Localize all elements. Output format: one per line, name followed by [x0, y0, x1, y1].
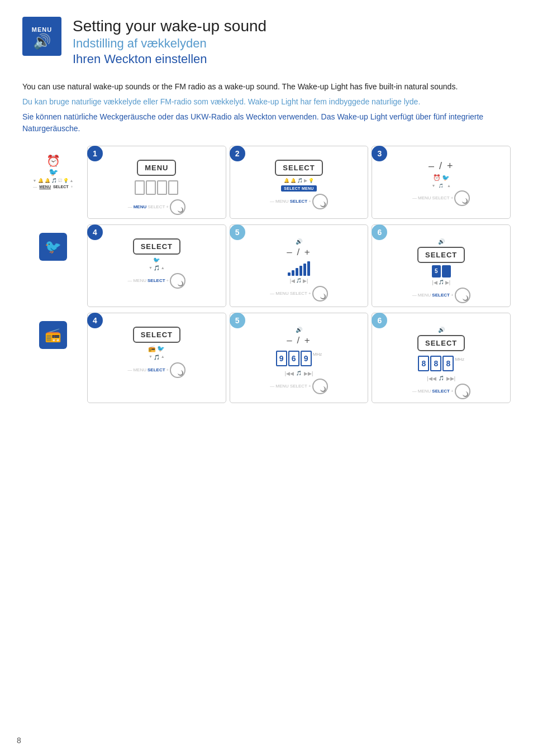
step-3-inner: – / + ⏰ 🐦 ▼ 🎵 ▲ — MENU SELECT +: [375, 151, 507, 207]
title-de: Ihren Weckton einstellen: [73, 51, 266, 68]
step5b-radio-icon: 🔊: [296, 327, 302, 333]
step-2-panel: 2 SELECT 🔔 🔔 🎵 ▶ 💡 SELECT MENU — MENU SE…: [230, 146, 369, 219]
step-2-num: 2: [230, 146, 245, 161]
step5a-bar2: — MENU SELECT +: [270, 286, 327, 302]
dial-icon: [170, 199, 185, 215]
mhz-label-2: MHz: [455, 357, 464, 362]
seg2: [146, 180, 156, 195]
step-5a-inner: 🔊 – / + |◀ 🎵 ▶| — MENU SELECT +: [234, 229, 365, 302]
vb4: [299, 266, 302, 276]
step2-dial: [312, 194, 328, 209]
freq2-d2: 8: [430, 356, 441, 371]
step-2-inner: SELECT 🔔 🔔 🎵 ▶ 💡 SELECT MENU — MENU SELE…: [234, 151, 365, 209]
minus-plus-5a: – / +: [287, 247, 311, 258]
step-6b-panel: 6 🔊 SELECT 8 8 8 MHz |◀◀ 🎵 ▶▶| — MENU SE…: [372, 313, 511, 403]
step-4b-panel: 4 SELECT 📻 🐦 ▼ 🎵 ▲ — MENU SELECT +: [87, 313, 226, 403]
dial-icon-6a: [455, 288, 470, 303]
step4a-icon: 🐦: [153, 257, 160, 263]
radio-icon: 📻: [39, 321, 67, 349]
step-6b-inner: 🔊 SELECT 8 8 8 MHz |◀◀ 🎵 ▶▶| — MENU SELE…: [375, 318, 507, 399]
select-button-2: SELECT: [275, 160, 322, 176]
step-5a-num: 5: [230, 224, 245, 240]
step-1-inner: MENU — MENU SELECT +: [91, 151, 222, 215]
minus-plus-5b: – / +: [287, 335, 311, 346]
step3-dial: [454, 190, 470, 206]
step4b-row: ▼ 🎵 ▲: [149, 355, 165, 360]
step4b-dial: [170, 362, 185, 378]
step-4a-inner: SELECT 🐦 ▼ 🎵 ▲ — MENU SELECT +: [91, 229, 222, 289]
dial-icon-5b: [312, 379, 328, 394]
title-en: Setting your wake-up sound: [73, 17, 266, 36]
row1-icon-col: ⏰ 🐦 ▼ 🔔 🔔 🎵 ☑ 💡 ▲ — MENU SELECT +: [22, 146, 84, 219]
step4a-dial: [170, 273, 185, 289]
step6a-seg: 5: [432, 265, 451, 277]
step-6a-panel: 6 🔊 SELECT 5 |◀ 🎵 ▶| — MENU SELECT +: [372, 224, 511, 307]
device-top-icon: ⏰ 🐦: [38, 154, 69, 176]
step6b-dial: [455, 384, 470, 399]
step6a-bar2: — MENU SELECT +: [412, 288, 470, 303]
step-1-panel: 1 MENU — MENU SELECT +: [87, 146, 226, 219]
step6a-sound-icon: 🔊: [438, 238, 445, 245]
select-button-4a: SELECT: [133, 238, 180, 255]
step4b-icons: 📻 🐦: [148, 345, 165, 352]
step4a-row: ▼ 🎵 ▲: [149, 265, 165, 271]
dial-icon-2: [312, 194, 328, 209]
step2-bottom-bar: — MENU SELECT +: [270, 194, 328, 209]
seg4: [168, 180, 178, 195]
page-number: 8: [17, 736, 21, 745]
natural-sound-icon: 🐦: [39, 233, 67, 261]
seg3: [157, 180, 167, 195]
step-4a-panel: 4 SELECT 🐦 ▼ 🎵 ▲ — MENU SELECT +: [87, 224, 226, 307]
step-4b-num: 4: [87, 313, 103, 328]
seg6a-1: 5: [432, 265, 441, 277]
para-de: Sie können natürliche Weckgeräusche oder…: [22, 111, 511, 135]
step-6a-inner: 🔊 SELECT 5 |◀ 🎵 ▶| — MENU SELECT +: [375, 229, 507, 303]
step-1-num: 1: [87, 146, 103, 161]
vb1: [288, 272, 291, 276]
page-header: MENU 🔊 Setting your wake-up sound Indsti…: [22, 17, 511, 68]
step3-bottom-bar: — MENU SELECT +: [412, 190, 470, 206]
step1-dial: [170, 199, 185, 215]
row1-btn-row: — MENU SELECT +: [33, 185, 73, 189]
select-button-6a: SELECT: [417, 247, 465, 263]
menu-icon-box: MENU 🔊: [22, 17, 61, 56]
vb5: [303, 264, 306, 276]
row1-icon-row: ▼ 🔔 🔔 🎵 ☑ 💡 ▲: [33, 178, 74, 183]
minus-plus-3: – / +: [429, 160, 454, 172]
step-4b-inner: SELECT 📻 🐦 ▼ 🎵 ▲ — MENU SELECT +: [91, 318, 222, 378]
step6b-freq: 8 8 8 MHz: [418, 356, 464, 371]
step5a-bottom: |◀ 🎵 ▶|: [290, 278, 308, 284]
step5b-freq: 9 6 9 MHz: [276, 351, 322, 366]
mhz-label: MHz: [313, 352, 322, 357]
step4b-bottom: — MENU SELECT +: [127, 362, 185, 378]
row-1-grid: ⏰ 🐦 ▼ 🔔 🔔 🎵 ☑ 💡 ▲ — MENU SELECT + 1: [22, 146, 511, 219]
vb3: [296, 268, 298, 276]
para-da: Du kan bruge naturlige vækkelyde eller F…: [22, 96, 511, 108]
step-5b-inner: 🔊 – / + 9 6 9 MHz |◀◀ 🎵 ▶▶| — MENU SELEC…: [234, 318, 365, 394]
header-text: Setting your wake-up sound Indstilling a…: [73, 17, 266, 68]
step6b-skip: |◀◀ 🎵 ▶▶|: [427, 376, 455, 381]
step3-sub: ▼ 🎵 ▲: [431, 184, 451, 188]
step5a-dial: [312, 286, 328, 302]
step6a-bottom: |◀ 🎵 ▶|: [432, 280, 450, 285]
select-menu-highlight: SELECT MENU: [281, 185, 316, 192]
step-5b-num: 5: [230, 313, 245, 328]
row-2-grid: 🐦 4 SELECT 🐦 ▼ 🎵 ▲ — MENU SELECT +: [22, 224, 511, 307]
freq-d1: 9: [276, 351, 287, 366]
step-5a-panel: 5 🔊 – / + |◀ 🎵 ▶| — MENU SELEC: [230, 224, 369, 307]
step5a-vol-bars: [288, 260, 310, 276]
step2-icon-row: 🔔 🔔 🎵 ▶ 💡: [284, 178, 314, 183]
vb6: [307, 261, 310, 276]
title-da: Indstilling af vækkelyden: [73, 36, 266, 52]
freq-d3: 9: [301, 351, 312, 366]
select-button-4b: SELECT: [133, 327, 180, 343]
step3-icon-row: ⏰ 🐦: [433, 174, 450, 181]
step-3-num: 3: [372, 146, 387, 161]
dial-icon-4b: [170, 362, 185, 378]
dial-icon-4a: [170, 273, 185, 289]
seg1: [135, 180, 145, 195]
dial-icon-5a: [312, 286, 328, 302]
freq2-d1: 8: [418, 356, 429, 371]
sound-waves-icon: 🔊: [33, 34, 51, 49]
dial-icon-3: [454, 190, 470, 206]
